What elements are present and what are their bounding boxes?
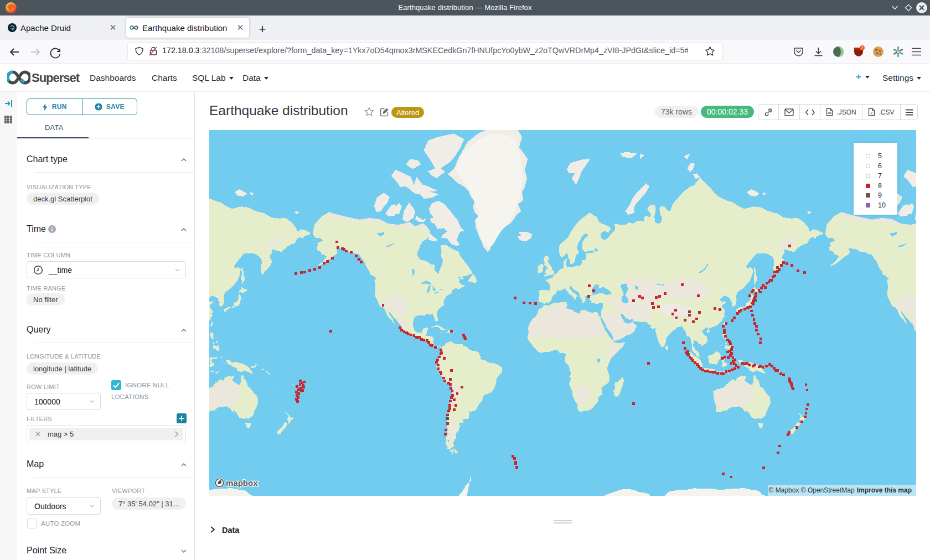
svg-text:x: x <box>871 111 873 115</box>
svg-text:mapbox: mapbox <box>226 478 258 488</box>
svg-text:2: 2 <box>861 45 863 50</box>
